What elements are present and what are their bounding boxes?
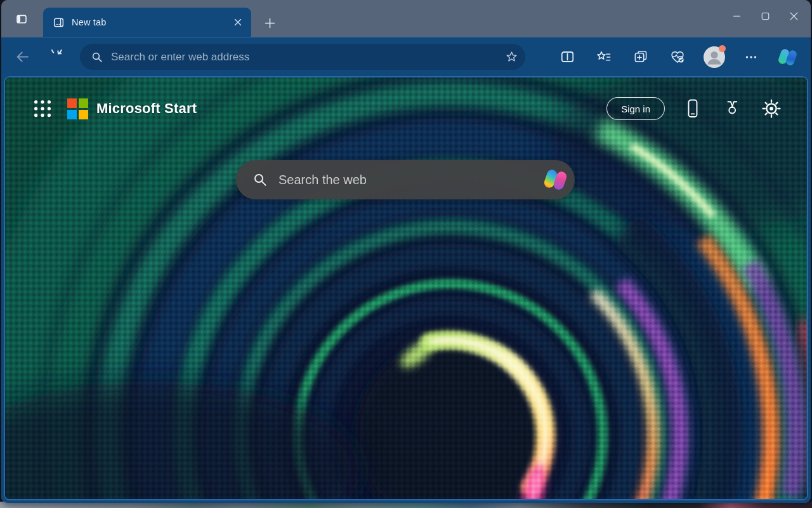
content-frame: Microsoft Start Sign in bbox=[1, 76, 811, 503]
rewards-medal-icon[interactable] bbox=[721, 97, 743, 121]
toolbar bbox=[1, 37, 811, 76]
web-search-box[interactable] bbox=[236, 160, 575, 199]
window-controls bbox=[723, 0, 808, 33]
brand-title: Microsoft Start bbox=[96, 100, 197, 117]
maximize-icon[interactable] bbox=[751, 0, 780, 32]
search-icon bbox=[252, 172, 268, 187]
new-tab-button[interactable] bbox=[259, 13, 280, 33]
refresh-button[interactable] bbox=[44, 46, 66, 68]
tab-label: New tab bbox=[72, 17, 230, 27]
settings-gear-icon[interactable] bbox=[760, 97, 783, 121]
split-screen-icon[interactable] bbox=[554, 45, 580, 69]
address-input[interactable] bbox=[111, 51, 501, 64]
add-favorite-star-icon[interactable] bbox=[501, 47, 521, 67]
search-icon bbox=[91, 51, 103, 64]
close-window-icon[interactable] bbox=[780, 0, 808, 32]
tab-close-icon[interactable] bbox=[230, 14, 246, 30]
sign-in-label: Sign in bbox=[621, 104, 650, 114]
notification-badge bbox=[719, 45, 726, 52]
mobile-phone-icon[interactable] bbox=[681, 97, 704, 121]
app-launcher-waffle-icon[interactable] bbox=[33, 99, 52, 118]
start-page-header: Microsoft Start Sign in bbox=[5, 94, 807, 123]
copilot-icon[interactable] bbox=[775, 45, 801, 69]
favorites-star-list-icon[interactable] bbox=[591, 45, 617, 69]
collections-plus-icon[interactable] bbox=[628, 45, 653, 69]
background-image bbox=[5, 77, 807, 499]
browser-window: New tab bbox=[1, 0, 811, 503]
tab-new-tab[interactable]: New tab bbox=[43, 8, 251, 37]
copilot-color-icon[interactable] bbox=[545, 168, 566, 191]
more-options-ellipsis-icon[interactable] bbox=[738, 45, 764, 69]
new-tab-page: Microsoft Start Sign in bbox=[4, 76, 808, 500]
sign-in-button[interactable]: Sign in bbox=[606, 97, 665, 120]
microsoft-logo[interactable] bbox=[67, 98, 88, 119]
toolbar-icons bbox=[554, 45, 806, 69]
tab-actions-menu-icon[interactable] bbox=[10, 8, 33, 30]
browser-essentials-heart-pulse-icon[interactable] bbox=[665, 45, 690, 69]
titlebar: New tab bbox=[1, 0, 811, 37]
back-button[interactable] bbox=[11, 46, 33, 68]
profile-avatar[interactable] bbox=[702, 45, 727, 69]
web-search-input[interactable] bbox=[278, 173, 545, 187]
address-bar[interactable] bbox=[80, 44, 525, 70]
new-tab-page-icon bbox=[53, 17, 65, 29]
minimize-icon[interactable] bbox=[723, 0, 751, 32]
